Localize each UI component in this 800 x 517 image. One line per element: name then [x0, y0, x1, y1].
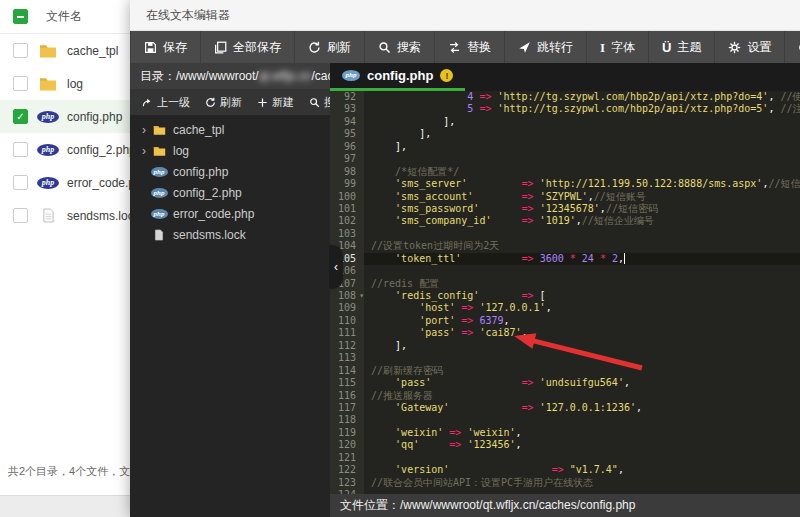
line-number[interactable]: 113: [330, 352, 364, 364]
expand-chevron-icon[interactable]: ›: [138, 123, 150, 137]
settings-button[interactable]: 设置: [715, 31, 785, 63]
file-row-config_2.php[interactable]: phpconfig_2.php: [0, 133, 130, 166]
line-number[interactable]: 93: [330, 103, 364, 115]
file-row-config.php[interactable]: ✓phpconfig.php: [0, 100, 130, 133]
line-number[interactable]: 109: [330, 302, 364, 314]
code-line-content[interactable]: //推送服务器: [364, 390, 800, 402]
row-checkbox[interactable]: [13, 208, 28, 223]
code-line-98[interactable]: 98 /*短信配置*/: [330, 166, 800, 178]
code-line-92[interactable]: 92 4 => 'http://tg.szypwl.com/hbp2p/api/…: [330, 91, 800, 103]
code-line-content[interactable]: 'host' => '127.0.0.1',: [364, 302, 800, 314]
code-line-112[interactable]: 112 ],: [330, 340, 800, 352]
line-number[interactable]: 96: [330, 141, 364, 153]
code-line-content[interactable]: 'Gateway' => '127.0.0.1:1236',: [364, 402, 800, 414]
code-line-content[interactable]: 'sms_account' => 'SZYPWL',//短信账号: [364, 191, 800, 203]
code-line-content[interactable]: ],: [364, 116, 800, 128]
up-level-action[interactable]: 上一级: [142, 95, 190, 110]
tree-item-log[interactable]: ›log: [130, 140, 330, 161]
code-line-content[interactable]: //redis 配置: [364, 278, 800, 290]
code-line-119[interactable]: 119 'weixin' => 'weixin',: [330, 427, 800, 439]
line-number[interactable]: 97: [330, 153, 364, 165]
replace-button[interactable]: 替换: [435, 31, 505, 63]
new-action[interactable]: 新建: [257, 95, 294, 110]
code-line-content[interactable]: [364, 265, 800, 277]
line-number[interactable]: 110: [330, 315, 364, 327]
code-line-118[interactable]: 118: [330, 414, 800, 426]
code-line-108[interactable]: 108▾ 'redis_config' => [: [330, 290, 800, 302]
tree-item-cache_tpl[interactable]: ›cache_tpl: [130, 119, 330, 140]
code-line-111[interactable]: 111 'pass' => 'cai87',: [330, 327, 800, 339]
code-line-104[interactable]: 104//设置token过期时间为2天: [330, 240, 800, 252]
line-number[interactable]: 122: [330, 464, 364, 476]
code-line-103[interactable]: 103: [330, 228, 800, 240]
line-number[interactable]: 92: [330, 91, 364, 103]
code-line-122[interactable]: 122 'version' => "v1.7.4",: [330, 464, 800, 476]
row-checkbox[interactable]: [13, 43, 28, 58]
code-editor[interactable]: 92 4 => 'http://tg.szypwl.com/hbp2p/api/…: [330, 91, 800, 494]
line-number[interactable]: 123: [330, 477, 364, 489]
fold-marker-icon[interactable]: ▾: [359, 290, 364, 302]
line-number[interactable]: 119: [330, 427, 364, 439]
code-line-121[interactable]: 121: [330, 452, 800, 464]
code-line-content[interactable]: ],: [364, 340, 800, 352]
code-line-100[interactable]: 100 'sms_account' => 'SZYPWL',//短信账号: [330, 191, 800, 203]
code-line-content[interactable]: 'redis_config' => [: [364, 290, 800, 302]
code-line-101[interactable]: 101 'sms_password' => '12345678',//短信密码: [330, 203, 800, 215]
refresh-button[interactable]: 刷新: [295, 31, 365, 63]
file-row-sendsms.lock[interactable]: sendsms.lock: [0, 199, 130, 232]
code-line-content[interactable]: 'sms_company_id' => '1019',//短信企业编号: [364, 215, 800, 227]
code-line-content[interactable]: 'weixin' => 'weixin',: [364, 427, 800, 439]
code-line-content[interactable]: [364, 414, 800, 426]
collapse-panel-handle[interactable]: ‹: [329, 245, 343, 289]
code-line-content[interactable]: [364, 153, 800, 165]
line-number[interactable]: 114: [330, 365, 364, 377]
code-line-113[interactable]: 113: [330, 352, 800, 364]
code-line-content[interactable]: /*短信配置*/: [364, 166, 800, 178]
code-line-content[interactable]: 'version' => "v1.7.4",: [364, 464, 800, 476]
tree-item-error_code.php[interactable]: phperror_code.php: [130, 203, 330, 224]
line-number[interactable]: 101: [330, 203, 364, 215]
line-number[interactable]: 102: [330, 215, 364, 227]
expand-chevron-icon[interactable]: ›: [138, 144, 150, 158]
code-line-content[interactable]: ],: [364, 141, 800, 153]
code-line-117[interactable]: 117 'Gateway' => '127.0.0.1:1236',: [330, 402, 800, 414]
hotkeys-button[interactable]: 快捷键: [785, 31, 800, 63]
line-number[interactable]: 116: [330, 390, 364, 402]
line-number[interactable]: 103: [330, 228, 364, 240]
line-number[interactable]: 120: [330, 439, 364, 451]
code-line-115[interactable]: 115 'pass' => 'undsuifgu564',: [330, 377, 800, 389]
tab-config-php[interactable]: php config.php !: [330, 63, 465, 91]
goto-line-button[interactable]: 跳转行: [505, 31, 587, 63]
font-button[interactable]: I字体: [587, 31, 649, 63]
code-line-95[interactable]: 95 ],: [330, 128, 800, 140]
code-line-content[interactable]: 'token_ttl' => 3600 * 24 * 2,: [364, 253, 800, 265]
theme-button[interactable]: Ü主题: [649, 31, 715, 63]
save-all-button[interactable]: 全部保存: [201, 31, 295, 63]
select-all-checkbox[interactable]: [13, 9, 28, 24]
code-line-content[interactable]: 'port' => 6379,: [364, 315, 800, 327]
code-line-102[interactable]: 102 'sms_company_id' => '1019',//短信企业编号: [330, 215, 800, 227]
row-checkbox[interactable]: ✓: [13, 109, 28, 124]
code-line-94[interactable]: 94 ],: [330, 116, 800, 128]
line-number[interactable]: 100: [330, 191, 364, 203]
code-line-116[interactable]: 116//推送服务器: [330, 390, 800, 402]
row-checkbox[interactable]: [13, 76, 28, 91]
code-line-content[interactable]: //联合会员中间站API：设置PC手游用户在线状态: [364, 477, 800, 489]
row-checkbox[interactable]: [13, 142, 28, 157]
code-line-99[interactable]: 99 'sms_server' => 'http://121.199.50.12…: [330, 178, 800, 190]
code-line-content[interactable]: 'pass' => 'undsuifgu564',: [364, 377, 800, 389]
code-line-110[interactable]: 110 'port' => 6379,: [330, 315, 800, 327]
tree-item-sendsms.lock[interactable]: sendsms.lock: [130, 224, 330, 245]
code-line-107[interactable]: 107//redis 配置: [330, 278, 800, 290]
code-line-114[interactable]: 114//刷新缓存密码: [330, 365, 800, 377]
code-line-content[interactable]: //设置token过期时间为2天: [364, 240, 800, 252]
code-line-106[interactable]: 106: [330, 265, 800, 277]
code-line-content[interactable]: 'sms_password' => '12345678',//短信密码: [364, 203, 800, 215]
code-line-content[interactable]: 5 => 'http://tg.szypwl.com/hbp2p/api/xtz…: [364, 103, 800, 115]
line-number[interactable]: 98: [330, 166, 364, 178]
line-number[interactable]: 95: [330, 128, 364, 140]
line-number[interactable]: 121: [330, 452, 364, 464]
code-line-content[interactable]: [364, 489, 800, 494]
code-line-105[interactable]: 105 'token_ttl' => 3600 * 24 * 2,: [330, 253, 800, 265]
code-line-content[interactable]: 'qq' => '123456',: [364, 439, 800, 451]
